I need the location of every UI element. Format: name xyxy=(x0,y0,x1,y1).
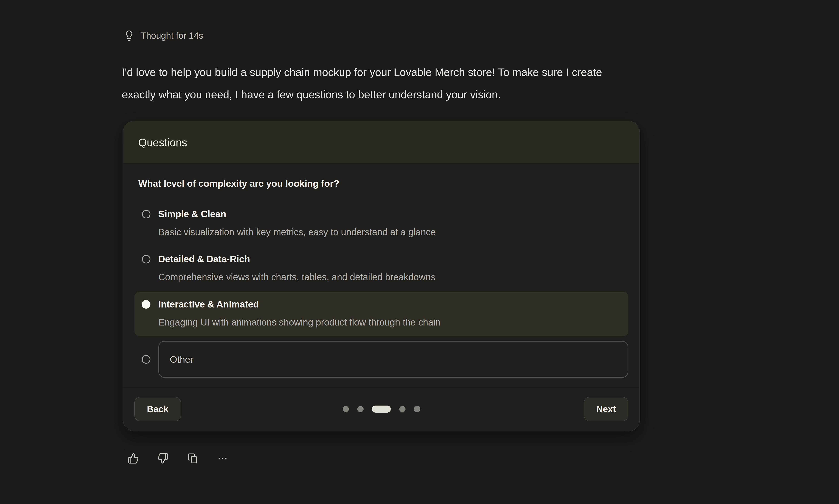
pagination-dot-active xyxy=(372,406,391,413)
ellipsis-icon xyxy=(217,453,228,464)
option-row-simple-clean[interactable]: Simple & Clean Basic visualization with … xyxy=(134,201,628,246)
option-description: Engaging UI with animations showing prod… xyxy=(158,316,440,329)
questions-card: Questions What level of complexity are y… xyxy=(123,121,640,431)
pagination-dot xyxy=(357,406,364,412)
option-description: Comprehensive views with charts, tables,… xyxy=(158,271,435,284)
next-button[interactable]: Next xyxy=(584,397,628,421)
option-text: Detailed & Data-Rich Comprehensive views… xyxy=(158,253,435,284)
question-text: What level of complexity are you looking… xyxy=(138,178,339,189)
option-row-other[interactable] xyxy=(134,341,628,378)
lightbulb-icon xyxy=(123,30,135,41)
thumbs-up-icon xyxy=(127,453,139,464)
thought-toggle[interactable]: Thought for 14s xyxy=(123,29,203,42)
pagination-dot xyxy=(399,406,405,412)
option-label: Simple & Clean xyxy=(158,208,436,221)
option-row-interactive-animated[interactable]: Interactive & Animated Engaging UI with … xyxy=(134,292,628,336)
assistant-message: I'd love to help you build a supply chai… xyxy=(122,61,788,106)
card-footer: Back Next xyxy=(123,387,640,431)
thumbs-up-button[interactable] xyxy=(127,452,139,464)
message-actions xyxy=(127,452,228,464)
radio-button[interactable] xyxy=(142,255,151,264)
option-description: Basic visualization with key metrics, ea… xyxy=(158,226,436,239)
option-label: Interactive & Animated xyxy=(158,298,440,311)
chat-page: { "colors": { "page-bg": "#1a1a18", "car… xyxy=(0,0,839,504)
pagination-dot xyxy=(343,406,349,412)
option-label: Detailed & Data-Rich xyxy=(158,253,435,266)
back-button[interactable]: Back xyxy=(134,397,181,421)
copy-icon xyxy=(187,453,198,464)
radio-button[interactable] xyxy=(142,355,151,364)
copy-button[interactable] xyxy=(187,452,199,464)
thought-label: Thought for 14s xyxy=(141,30,203,41)
more-options-button[interactable] xyxy=(217,452,228,464)
pagination-dot xyxy=(414,406,420,412)
card-header: Questions xyxy=(123,121,640,164)
pagination-dots xyxy=(343,406,420,413)
card-title: Questions xyxy=(138,136,187,149)
option-text: Interactive & Animated Engaging UI with … xyxy=(158,298,440,329)
radio-button[interactable] xyxy=(142,210,151,218)
thumbs-down-icon xyxy=(157,453,169,464)
other-input[interactable] xyxy=(158,341,628,378)
radio-button-selected[interactable] xyxy=(142,300,151,309)
option-text: Simple & Clean Basic visualization with … xyxy=(158,208,436,239)
thumbs-down-button[interactable] xyxy=(157,452,169,464)
option-row-detailed-data-rich[interactable]: Detailed & Data-Rich Comprehensive views… xyxy=(134,247,628,291)
